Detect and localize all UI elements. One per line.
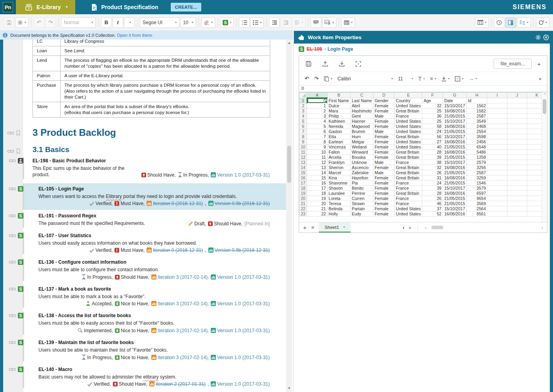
- cell-B17[interactable]: Shavonne: [327, 181, 350, 186]
- cell-B19[interactable]: Lauralee: [327, 191, 350, 196]
- column-header-H[interactable]: H: [466, 93, 487, 98]
- cell-C18[interactable]: Benito: [350, 186, 373, 191]
- cell-D20[interactable]: Female: [373, 196, 395, 201]
- cell-G14[interactable]: 16/08/2016: [443, 165, 467, 170]
- cell-D22[interactable]: Female: [373, 206, 395, 211]
- column-header-A[interactable]: A: [307, 93, 327, 98]
- chain-icon[interactable]: [9, 314, 16, 318]
- cell-G8[interactable]: 15/10/2017: [443, 134, 467, 139]
- column-header-C[interactable]: C: [350, 93, 373, 98]
- story-icon[interactable]: S: [18, 186, 23, 192]
- status-link[interactable]: Version 1.0 (2017-03-31): [217, 172, 270, 178]
- app-logo[interactable]: Pn: [0, 0, 16, 14]
- cell-C14[interactable]: Ascencio: [350, 165, 373, 170]
- status-link[interactable]: Version 1.0 (2017-03-31): [217, 355, 270, 360]
- outline-view-button[interactable]: ▾: [517, 17, 531, 28]
- workitem-EL-139[interactable]: SEL-139 - Maintain the list of favorite …: [23, 339, 286, 362]
- hscroll-left-icon[interactable]: ‹: [425, 225, 427, 230]
- cell-C7[interactable]: Brumm: [350, 129, 373, 134]
- story-icon[interactable]: S: [18, 259, 23, 265]
- cell-I6[interactable]: [487, 124, 507, 129]
- chain-icon[interactable]: [9, 214, 16, 218]
- cell-H22[interactable]: 2564: [466, 206, 487, 211]
- cell-A21[interactable]: 20: [307, 201, 327, 206]
- cell-I21[interactable]: [487, 201, 507, 206]
- cell-E4[interactable]: France: [395, 114, 422, 119]
- cell-G4[interactable]: 21/05/2015: [443, 114, 467, 119]
- story-icon[interactable]: S: [18, 213, 23, 219]
- cell-G17[interactable]: 21/05/2015: [443, 181, 467, 186]
- cell-C5[interactable]: Hanner: [350, 119, 373, 124]
- cell-E17[interactable]: France: [395, 181, 422, 186]
- cell-E7[interactable]: United States: [395, 129, 422, 134]
- cell-J9[interactable]: [507, 139, 527, 145]
- cell-C11[interactable]: Winward: [350, 150, 373, 155]
- status-link[interactable]: Version 1.0 (2017-03-31): [217, 328, 270, 333]
- formula-bar[interactable]: 0: [299, 85, 547, 92]
- cell-F2[interactable]: 32: [422, 103, 443, 108]
- cell-E20[interactable]: France: [395, 196, 422, 201]
- cell-H11[interactable]: 5486: [466, 150, 487, 155]
- cell-E18[interactable]: France: [395, 186, 422, 191]
- text-more-button[interactable]: ▾: [124, 17, 135, 28]
- cell-A3[interactable]: 2: [307, 108, 327, 114]
- borders-button[interactable]: ▾: [455, 76, 463, 82]
- row-header-4[interactable]: 4: [299, 114, 307, 119]
- cell-C20[interactable]: Curren: [350, 196, 373, 201]
- cell-C13[interactable]: Unknow: [350, 160, 373, 165]
- cell-C22[interactable]: Partain: [350, 206, 373, 211]
- sheet-size-select[interactable]: 11▾: [398, 76, 413, 82]
- cell-B9[interactable]: Earlean: [327, 139, 350, 145]
- cell-G6[interactable]: 16/08/2016: [443, 124, 467, 129]
- cell-A2[interactable]: 1: [307, 103, 327, 108]
- grid-scroll-up-icon[interactable]: ^: [542, 93, 547, 97]
- cell-A4[interactable]: 3: [307, 114, 327, 119]
- workitem-EL-191[interactable]: SEL-191 - Password RegexThe password mus…: [23, 212, 286, 228]
- cell-H21[interactable]: 3569: [466, 201, 487, 206]
- panel-settings-icon[interactable]: [535, 34, 541, 40]
- cell-D1[interactable]: Gender: [373, 98, 395, 103]
- story-icon[interactable]: S: [18, 286, 23, 292]
- row-header-19[interactable]: 19: [299, 191, 307, 196]
- cell-B12[interactable]: Arcelia: [327, 155, 350, 160]
- cell-F7[interactable]: 24: [422, 129, 443, 134]
- cell-E5[interactable]: United States: [395, 119, 422, 124]
- bookmark-icon[interactable]: [16, 130, 20, 136]
- cell-A16[interactable]: 15: [307, 175, 327, 181]
- cell-F15[interactable]: 26: [422, 170, 443, 175]
- chain-icon[interactable]: [9, 287, 16, 291]
- cell-B23[interactable]: Holly: [327, 211, 350, 217]
- cell-A18[interactable]: 17: [307, 186, 327, 191]
- status-link[interactable]: Iteration 3 (2017-02-14),: [158, 301, 209, 306]
- cell-D5[interactable]: Female: [373, 119, 395, 124]
- cell-J16[interactable]: [507, 175, 527, 181]
- cell-B5[interactable]: Kathleen: [327, 119, 350, 124]
- status-link[interactable]: Iteration 0 (2016-12-31): [153, 201, 203, 206]
- row-header-11[interactable]: 11: [299, 150, 307, 155]
- cell-C21[interactable]: Strawn: [350, 201, 373, 206]
- story-icon[interactable]: S: [18, 233, 23, 238]
- cell-G12[interactable]: 21/05/2015: [443, 155, 467, 160]
- cell-A11[interactable]: 10: [307, 150, 327, 155]
- cell-F18[interactable]: 39: [422, 186, 443, 191]
- row-header-21[interactable]: 21: [299, 201, 307, 206]
- cell-A14[interactable]: 13: [307, 165, 327, 170]
- cell-H14[interactable]: 3256: [466, 165, 487, 170]
- cell-E2[interactable]: United States: [395, 103, 422, 108]
- font-family-select[interactable]: Segoe UI▾: [140, 17, 179, 28]
- cell-J18[interactable]: [507, 186, 527, 191]
- bookmark-icon[interactable]: [16, 148, 20, 154]
- cell-H6[interactable]: 2468: [466, 124, 487, 129]
- fullscreen-icon[interactable]: [355, 61, 361, 67]
- cell-I22[interactable]: [487, 206, 507, 211]
- cell-I7[interactable]: [487, 129, 507, 134]
- chain-icon[interactable]: [9, 367, 16, 371]
- cell-H23[interactable]: 8561: [466, 211, 487, 217]
- column-header-E[interactable]: E: [395, 93, 422, 98]
- story-button[interactable]: S▾: [220, 17, 234, 28]
- work-item-link[interactable]: S EL-105 - Login Page: [294, 44, 553, 55]
- cell-C19[interactable]: Perrine: [350, 191, 373, 196]
- cell-C15[interactable]: Zabriskie: [350, 170, 373, 175]
- cell-I17[interactable]: [487, 181, 507, 186]
- cell-H17[interactable]: 1546: [466, 181, 487, 186]
